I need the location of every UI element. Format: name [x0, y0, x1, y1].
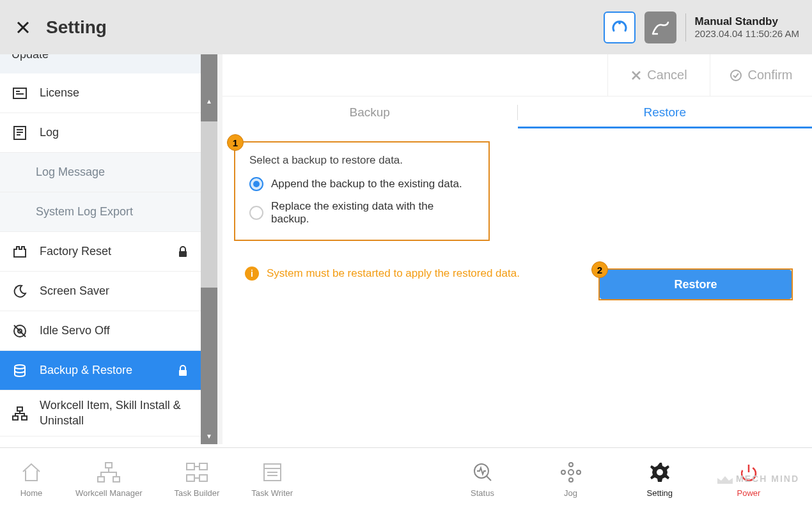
svg-point-34 — [569, 463, 573, 467]
sidebar-item-idle-servo-off[interactable]: Idle Servo Off — [0, 311, 201, 351]
scroll-down-arrow[interactable]: ▼ — [201, 428, 217, 444]
radio-input-replace[interactable] — [249, 206, 263, 220]
restore-button[interactable]: Restore — [600, 270, 792, 299]
tab-bar: Backup Restore — [223, 97, 812, 128]
svg-point-37 — [577, 470, 581, 474]
scroll-up-arrow[interactable]: ▲ — [201, 93, 217, 109]
close-button[interactable] — [13, 17, 33, 38]
footer-task-writer[interactable]: Task Writer — [251, 460, 293, 498]
sidebar-item-log[interactable]: Log — [0, 113, 201, 153]
robot-arc-icon — [610, 18, 629, 37]
robot-mode-button[interactable] — [604, 12, 636, 43]
confirm-button[interactable]: Confirm — [710, 54, 812, 96]
footer-nav: Home Workcell Manager Task Builder Task … — [0, 447, 812, 510]
lock-icon — [178, 246, 189, 258]
badge-1: 1 — [227, 134, 244, 151]
svg-rect-19 — [98, 477, 104, 482]
svg-rect-8 — [179, 251, 187, 257]
workcell-icon — [97, 460, 121, 484]
power-icon — [737, 460, 761, 484]
svg-rect-22 — [199, 463, 207, 470]
sidebar-item-update[interactable]: Update — [0, 54, 201, 73]
svg-rect-24 — [199, 475, 207, 481]
badge-2: 2 — [591, 261, 608, 278]
divider — [685, 13, 686, 42]
cancel-button[interactable]: Cancel — [607, 54, 710, 96]
restore-prompt: Select a backup to restore data. — [249, 154, 474, 167]
home-icon — [19, 460, 43, 484]
task-writer-icon — [260, 460, 285, 484]
svg-point-36 — [561, 470, 565, 474]
radio-input-append[interactable] — [249, 177, 263, 191]
svg-rect-13 — [179, 370, 187, 376]
sidebar-scrollbar[interactable]: ▲ ▼ — [201, 54, 217, 444]
svg-rect-23 — [187, 475, 194, 481]
moon-icon — [12, 283, 28, 300]
robot-button[interactable] — [644, 12, 676, 43]
license-icon — [12, 85, 28, 102]
svg-rect-18 — [105, 463, 112, 468]
servo-icon — [12, 323, 28, 339]
status-mode: Manual Standby — [695, 15, 799, 28]
svg-rect-21 — [187, 463, 194, 470]
footer-power[interactable]: Power — [737, 460, 761, 498]
tab-backup[interactable]: Backup — [223, 97, 517, 128]
workcell-icon — [12, 405, 28, 422]
body: Update License Log Log Message System Lo… — [0, 54, 812, 444]
restore-button-wrap: 2 Restore — [598, 268, 793, 300]
task-builder-icon — [185, 460, 209, 484]
footer-home[interactable]: Home — [19, 460, 43, 498]
page-title: Setting — [46, 17, 107, 38]
header-bar: Setting Manual Standby 2023.04.04 11:50:… — [0, 0, 812, 54]
tab-restore[interactable]: Restore — [518, 97, 813, 128]
sidebar-item-workcell-install[interactable]: Workcell Item, Skill Install & Uninstall — [0, 390, 201, 437]
sidebar-item-backup-restore[interactable]: Backup & Restore — [0, 351, 201, 390]
sidebar-item-system-log-export[interactable]: System Log Export — [0, 192, 201, 232]
sidebar-item-log-message[interactable]: Log Message — [0, 153, 201, 192]
svg-point-38 — [657, 469, 663, 475]
lock-icon — [178, 365, 189, 376]
svg-rect-16 — [22, 416, 27, 420]
footer-workcell-manager[interactable]: Workcell Manager — [75, 460, 143, 498]
svg-rect-14 — [17, 407, 22, 411]
svg-rect-15 — [13, 416, 18, 420]
robot-arm-icon — [650, 17, 671, 38]
warning-text: System must be restarted to apply the re… — [267, 267, 520, 280]
svg-point-17 — [731, 70, 741, 81]
footer-jog[interactable]: Jog — [559, 460, 583, 498]
callout-restore-options: 1 Select a backup to restore data. Appen… — [234, 141, 490, 241]
log-icon — [12, 125, 28, 141]
sidebar: Update License Log Log Message System Lo… — [0, 54, 217, 444]
gear-icon — [648, 460, 672, 484]
info-icon: i — [245, 267, 259, 281]
jog-icon — [559, 460, 583, 484]
footer-status[interactable]: Status — [471, 460, 495, 498]
database-icon — [12, 362, 28, 379]
status-time: 2023.04.04 11:50:26 AM — [695, 28, 799, 39]
svg-point-0 — [618, 22, 621, 24]
scroll-thumb-top[interactable] — [201, 54, 217, 121]
status-block: Manual Standby 2023.04.04 11:50:26 AM — [695, 15, 799, 39]
callout-restore-button: 2 Restore — [598, 268, 793, 300]
svg-point-33 — [568, 470, 574, 475]
svg-point-35 — [569, 478, 573, 482]
svg-rect-20 — [113, 477, 120, 482]
close-icon — [15, 20, 31, 35]
sidebar-item-factory-reset[interactable]: Factory Reset — [0, 232, 201, 272]
sidebar-item-license[interactable]: License — [0, 73, 201, 113]
scroll-thumb-bottom[interactable] — [201, 288, 217, 444]
main-panel: Cancel Confirm Backup Restore 1 Select a… — [217, 54, 812, 444]
x-icon — [630, 70, 642, 81]
footer-setting[interactable]: Setting — [647, 460, 673, 498]
status-icon — [471, 460, 495, 484]
svg-line-32 — [487, 476, 491, 481]
sidebar-item-screen-saver[interactable]: Screen Saver — [0, 272, 201, 311]
action-bar: Cancel Confirm — [223, 54, 812, 97]
check-circle-icon — [730, 69, 742, 82]
footer-task-builder[interactable]: Task Builder — [175, 460, 220, 498]
factory-icon — [12, 243, 28, 260]
radio-append[interactable]: Append the backup to the existing data. — [249, 177, 474, 191]
radio-replace[interactable]: Replace the existing data with the backu… — [249, 200, 474, 226]
svg-point-12 — [15, 365, 25, 369]
